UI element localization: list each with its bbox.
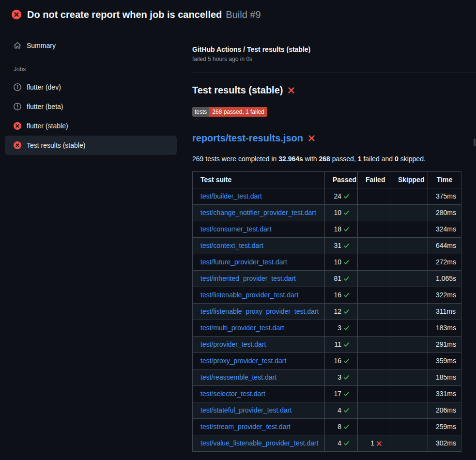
suite-cell: test/listenable_provider_test.dart bbox=[193, 287, 325, 304]
check-icon bbox=[343, 209, 350, 217]
suite-link[interactable]: test/stream_provider_test.dart bbox=[200, 423, 291, 430]
sidebar-item-job[interactable]: flutter (beta) bbox=[5, 97, 177, 116]
passed-cell: 18 bbox=[325, 221, 358, 238]
suite-cell: test/consumer_test.dart bbox=[193, 221, 325, 238]
table-row: test/builder_test.dart24375ms bbox=[193, 188, 461, 205]
passed-cell: 10 bbox=[325, 205, 358, 221]
results-table-body: test/builder_test.dart24375mstest/change… bbox=[193, 188, 461, 452]
passed-cell: 16 bbox=[325, 287, 358, 304]
table-header-row: Test suite Passed Failed Skipped Time bbox=[193, 172, 461, 188]
suite-link[interactable]: test/builder_test.dart bbox=[200, 192, 262, 200]
suite-link[interactable]: test/context_test.dart bbox=[200, 242, 263, 249]
suite-link[interactable]: test/multi_provider_test.dart bbox=[200, 324, 284, 332]
failed-cell bbox=[358, 369, 390, 386]
section-title-text: Test results (stable) bbox=[192, 84, 283, 96]
time-cell: 324ms bbox=[428, 221, 461, 238]
failed-cell bbox=[358, 386, 390, 402]
report-link[interactable]: reports/test-results.json bbox=[192, 132, 303, 144]
passed-count: 3 bbox=[338, 324, 341, 332]
suite-link[interactable]: test/inherited_provider_test.dart bbox=[200, 275, 296, 282]
passed-count: 8 bbox=[338, 423, 341, 430]
check-icon bbox=[343, 307, 350, 316]
sidebar-item-job[interactable]: flutter (dev) bbox=[5, 77, 177, 97]
check-icon bbox=[343, 192, 350, 200]
passed-count: 31 bbox=[334, 242, 341, 249]
passed-count: 10 bbox=[334, 258, 341, 266]
suite-link[interactable]: test/stateful_provider_test.dart bbox=[200, 406, 292, 414]
suite-cell: test/change_notifier_provider_test.dart bbox=[193, 205, 325, 221]
summary-text: skipped. bbox=[399, 155, 426, 163]
time-cell: 375ms bbox=[428, 188, 461, 205]
suite-link[interactable]: test/reassemble_test.dart bbox=[200, 373, 276, 381]
sidebar-item-job[interactable]: flutter (stable) bbox=[5, 116, 177, 136]
suite-link[interactable]: test/change_notifier_provider_test.dart bbox=[200, 209, 316, 216]
page-title: Do not create report when job is cancell… bbox=[27, 8, 261, 21]
suite-cell: test/inherited_provider_test.dart bbox=[193, 271, 325, 287]
report-heading: reports/test-results.json bbox=[192, 132, 476, 147]
skipped-cell bbox=[390, 238, 428, 254]
passed-count: 18 bbox=[334, 225, 341, 233]
col-failed: Failed bbox=[358, 172, 390, 188]
suite-link[interactable]: test/value_listenable_provider_test.dart bbox=[200, 439, 319, 447]
check-icon bbox=[343, 340, 350, 349]
check-run-header: Do not create report when job is cancell… bbox=[0, 0, 476, 27]
failed-cell bbox=[358, 221, 390, 238]
suite-link[interactable]: test/selector_test.dart bbox=[200, 390, 265, 398]
suite-cell: test/listenable_proxy_provider_test.dart bbox=[193, 304, 325, 320]
check-icon bbox=[343, 258, 350, 266]
x-mark-icon bbox=[288, 87, 295, 94]
time-cell: 359ms bbox=[428, 353, 461, 369]
time-cell: 644ms bbox=[428, 238, 461, 254]
table-row: test/stream_provider_test.dart8259ms bbox=[193, 419, 461, 435]
passed-count: 16 bbox=[334, 291, 341, 299]
job-label: Test results (stable) bbox=[27, 140, 85, 150]
summary-text: passed, bbox=[330, 155, 358, 163]
suite-cell: test/stateful_provider_test.dart bbox=[193, 402, 325, 419]
scrollbar-thumb[interactable] bbox=[474, 138, 476, 146]
skipped-cell bbox=[390, 205, 428, 221]
summary-duration: 32.964s bbox=[278, 155, 303, 163]
check-icon bbox=[343, 242, 350, 250]
time-cell: 302ms bbox=[428, 435, 461, 452]
time-cell: 322ms bbox=[428, 287, 461, 304]
sidebar-item-job[interactable]: Test results (stable) bbox=[5, 136, 177, 155]
suite-link[interactable]: test/future_provider_test.dart bbox=[200, 258, 287, 266]
x-mark-icon bbox=[376, 439, 382, 447]
col-skipped: Skipped bbox=[390, 172, 428, 188]
passed-count: 10 bbox=[334, 209, 341, 216]
x-circle-fill-icon bbox=[14, 122, 21, 130]
suite-cell: test/proxy_provider_test.dart bbox=[193, 353, 325, 369]
breadcrumb: GitHub Actions / Test results (stable) bbox=[192, 46, 461, 53]
time-cell: 272ms bbox=[428, 254, 461, 271]
table-row: test/stateful_provider_test.dart4206ms bbox=[193, 402, 461, 419]
main-content: GitHub Actions / Test results (stable) f… bbox=[182, 27, 476, 458]
badge-label: tests bbox=[192, 107, 209, 117]
table-row: test/proxy_provider_test.dart16359ms bbox=[193, 353, 461, 369]
skipped-cell bbox=[390, 287, 428, 304]
failed-cell bbox=[358, 238, 390, 254]
table-row: test/future_provider_test.dart10272ms bbox=[193, 254, 461, 271]
x-circle-fill-icon bbox=[14, 141, 21, 149]
check-icon bbox=[343, 373, 350, 382]
skipped-cell bbox=[390, 402, 428, 419]
table-row: test/inherited_provider_test.dart811.065… bbox=[193, 271, 461, 287]
suite-link[interactable]: test/proxy_provider_test.dart bbox=[200, 357, 286, 365]
suite-link[interactable]: test/consumer_test.dart bbox=[200, 225, 271, 233]
sidebar-item-summary[interactable]: Summary bbox=[5, 36, 177, 55]
skipped-cell bbox=[390, 254, 428, 271]
passed-cell: 16 bbox=[325, 353, 358, 369]
suite-cell: test/future_provider_test.dart bbox=[193, 254, 325, 271]
suite-cell: test/multi_provider_test.dart bbox=[193, 320, 325, 337]
page-body: Summary Jobs flutter (dev)flutter (beta)… bbox=[0, 27, 476, 458]
table-row: test/selector_test.dart17331ms bbox=[193, 386, 461, 402]
passed-cell: 31 bbox=[325, 238, 358, 254]
table-row: test/change_notifier_provider_test.dart1… bbox=[193, 205, 461, 221]
x-mark-icon bbox=[308, 135, 315, 142]
suite-link[interactable]: test/listenable_proxy_provider_test.dart bbox=[200, 307, 319, 315]
skipped-cell bbox=[390, 435, 428, 452]
suite-link[interactable]: test/provider_test.dart bbox=[200, 340, 266, 348]
passed-cell: 24 bbox=[325, 188, 358, 205]
table-row: test/context_test.dart31644ms bbox=[193, 238, 461, 254]
passed-count: 12 bbox=[334, 307, 341, 315]
suite-link[interactable]: test/listenable_provider_test.dart bbox=[200, 291, 298, 299]
